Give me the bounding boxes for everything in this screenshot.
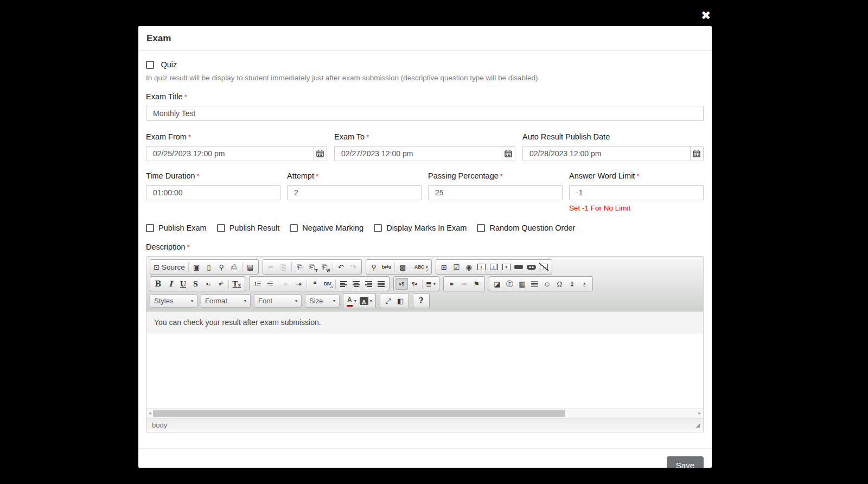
close-icon[interactable]: ✖ (701, 10, 711, 22)
publish-result-checkbox[interactable] (217, 224, 225, 232)
replace-icon[interactable]: b⇄a (380, 261, 393, 273)
paste-plain-text-icon[interactable]: ⎗T (306, 261, 318, 273)
unlink-icon[interactable]: ⚮ (458, 278, 470, 290)
toolbar-separator (278, 279, 278, 289)
save-button[interactable]: Save (667, 456, 704, 468)
text-direction-rtl-button[interactable]: ¶◂ (408, 278, 420, 290)
align-left-button[interactable] (337, 278, 350, 290)
copy-icon[interactable]: ⎘ (277, 261, 290, 273)
subscript-button[interactable]: x₂ (202, 278, 214, 290)
element-path[interactable]: body (152, 421, 167, 429)
exam-to-input[interactable] (334, 146, 502, 161)
display-marks-checkbox[interactable] (374, 224, 382, 232)
decrease-indent-button[interactable]: ⇤ (280, 278, 292, 290)
button-field-icon[interactable] (513, 261, 525, 273)
editor-paragraph[interactable]: You can check your result after exam sub… (146, 311, 703, 334)
auto-result-publish-date-input[interactable] (522, 146, 691, 161)
background-color-button[interactable]: ▾ (358, 295, 374, 307)
time-duration-input[interactable] (146, 185, 280, 200)
exam-to-field: Exam To* (334, 132, 515, 161)
language-button[interactable]: ≣▾ (424, 278, 437, 290)
text-field-icon[interactable]: I (475, 261, 488, 273)
auto-result-publish-date-calendar-button[interactable] (691, 146, 704, 161)
align-right-button[interactable] (362, 278, 375, 290)
strikethrough-button[interactable]: S (189, 278, 202, 290)
checkbox-field-icon[interactable]: ☑ (450, 261, 463, 273)
toolbar-separator (291, 263, 292, 272)
numbered-list-button[interactable]: 1☰ (251, 278, 264, 290)
hidden-field-icon[interactable]: I (538, 261, 550, 273)
toolbar-group: BIUSx₂x²Tₓ (150, 276, 245, 291)
form-icon[interactable]: ⊞ (438, 261, 450, 273)
show-blocks-button[interactable]: ◧ (394, 295, 407, 307)
maximize-button[interactable]: ⤢ (382, 295, 394, 307)
answer-word-limit-input[interactable] (569, 185, 704, 200)
blockquote-button[interactable]: ❝ (309, 278, 321, 290)
text-color-button[interactable]: ▾ (345, 295, 358, 307)
flash-icon[interactable]: Ⓕ (503, 278, 516, 290)
select-field-icon[interactable]: ▾ (500, 261, 513, 273)
find-icon[interactable]: ⚲ (368, 261, 380, 273)
editor-content-area[interactable]: You can check your result after exam sub… (146, 311, 703, 408)
attempt-input[interactable] (287, 185, 422, 200)
preview-icon[interactable]: ⚲ (215, 261, 228, 273)
page-break-icon[interactable]: ⇟ (566, 278, 578, 290)
spell-check-icon[interactable]: ABC✓▾ (413, 261, 430, 273)
about-button[interactable]: ? (415, 295, 427, 307)
link-icon[interactable]: ⚭ (445, 278, 458, 290)
horizontal-rule-icon[interactable] (528, 278, 541, 290)
editor-status-bar: body ◢ (146, 418, 703, 432)
undo-icon[interactable]: ↶ (335, 261, 347, 273)
exam-from-calendar-button[interactable] (314, 146, 327, 161)
radio-field-icon[interactable]: ◉ (463, 261, 475, 273)
random-question-order-checkbox[interactable] (477, 224, 485, 232)
italic-button[interactable]: I (164, 278, 177, 290)
passing-percentage-input[interactable] (428, 185, 563, 200)
exam-title-input[interactable] (146, 106, 704, 121)
size-select[interactable]: Size▾ (305, 294, 340, 308)
anchor-icon[interactable]: ⚑ (470, 278, 483, 290)
styles-select[interactable]: Styles▾ (150, 294, 197, 308)
paste-from-word-icon[interactable]: ⎗W (318, 261, 331, 273)
remove-format-button[interactable]: Tₓ (231, 278, 243, 290)
special-character-icon[interactable]: Ω (553, 278, 566, 290)
select-all-icon[interactable]: ▩ (397, 261, 409, 273)
smiley-icon[interactable]: ☺ (541, 278, 553, 290)
paste-icon[interactable]: ⎗ (293, 261, 306, 273)
iframe-icon[interactable]: ♁ (578, 278, 591, 290)
scrollbar-thumb[interactable] (153, 410, 565, 417)
image-icon[interactable]: ◪ (491, 278, 503, 290)
underline-button[interactable]: U (177, 278, 189, 290)
bulleted-list-button[interactable]: •☰ (264, 278, 276, 290)
templates-icon[interactable]: ▤ (244, 261, 257, 273)
superscript-button[interactable]: x² (214, 278, 227, 290)
quiz-checkbox[interactable] (146, 61, 154, 69)
publish-exam-checkbox[interactable] (146, 224, 154, 232)
new-page-icon[interactable]: ▯ (203, 261, 215, 273)
table-icon[interactable]: ▦ (516, 278, 528, 290)
print-icon[interactable]: ⎙ (228, 261, 240, 273)
scroll-right-icon[interactable]: ▸ (698, 410, 701, 416)
align-center-button[interactable] (350, 278, 362, 290)
exam-title-label: Exam Title (146, 92, 183, 101)
resize-grip-icon[interactable]: ◢ (695, 422, 700, 428)
exam-from-input[interactable] (146, 146, 314, 161)
image-button-icon[interactable] (525, 261, 538, 273)
exam-to-calendar-button[interactable] (502, 146, 515, 161)
negative-marking-checkbox[interactable] (290, 224, 298, 232)
editor-horizontal-scrollbar[interactable]: ◂ ▸ (146, 408, 703, 418)
calendar-icon (316, 150, 324, 157)
font-select[interactable]: Font▾ (254, 294, 302, 308)
format-select[interactable]: Format▾ (201, 294, 251, 308)
source-button[interactable]: ⊡Source (152, 261, 187, 273)
scroll-left-icon[interactable]: ◂ (149, 410, 151, 416)
save-icon[interactable]: ▣ (190, 261, 203, 273)
textarea-field-icon[interactable]: I (488, 261, 500, 273)
div-container-button[interactable]: DIV‹› (321, 278, 334, 290)
text-direction-ltr-button[interactable]: ▸¶ (395, 278, 408, 290)
align-justify-button[interactable] (375, 278, 387, 290)
cut-icon[interactable]: ✂ (265, 261, 277, 273)
increase-indent-button[interactable]: ⇥ (292, 278, 305, 290)
redo-icon[interactable]: ↷ (347, 261, 360, 273)
bold-button[interactable]: B (152, 278, 164, 290)
